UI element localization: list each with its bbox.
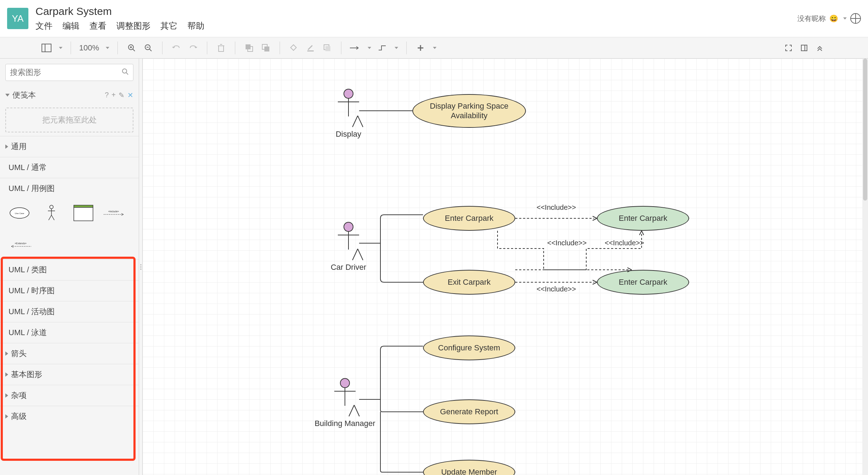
svg-point-24: [122, 69, 127, 73]
fill-icon: [290, 44, 298, 52]
redo-icon: [189, 44, 197, 51]
actor-building-manager[interactable]: Building Manager: [334, 378, 356, 406]
category-uml-sequence[interactable]: UML / 时序图: [0, 280, 139, 301]
menu-bar: 文件 编辑 查看 调整图形 其它 帮助: [35, 20, 797, 32]
usecase-update-member[interactable]: Update Member: [423, 460, 515, 475]
to-front-button[interactable]: [243, 42, 255, 54]
scratchpad-header[interactable]: 便笺本 ? + ✎ ✕: [0, 86, 139, 104]
svg-rect-9: [219, 46, 224, 51]
palette-package-shape[interactable]: [71, 204, 96, 222]
caret-right-icon: [5, 393, 8, 398]
zoom-level[interactable]: 100%: [79, 43, 99, 53]
scrollbar-thumb[interactable]: [863, 59, 867, 201]
category-arrows[interactable]: 箭头: [0, 343, 139, 364]
canvas[interactable]: Display Display Parking Space Availabili…: [143, 59, 868, 475]
category-label: UML / 泳道: [9, 327, 47, 338]
edit-icon[interactable]: ✎: [119, 91, 125, 99]
actor-display[interactable]: Display: [338, 89, 359, 116]
fullscreen-button[interactable]: [783, 42, 794, 54]
connection-button[interactable]: [350, 42, 361, 54]
language-icon[interactable]: [850, 13, 861, 24]
menu-arrange[interactable]: 调整图形: [116, 20, 150, 32]
search-input[interactable]: [10, 68, 122, 77]
connector: [359, 110, 412, 111]
menu-file[interactable]: 文件: [35, 20, 53, 32]
search-box[interactable]: [5, 64, 133, 81]
collapse-button[interactable]: [814, 42, 825, 54]
usecase-exit-carpark[interactable]: Exit Carpark: [423, 270, 515, 295]
svg-point-40: [140, 266, 141, 267]
delete-button[interactable]: [215, 42, 227, 54]
zoom-out-button[interactable]: [143, 42, 154, 54]
menu-edit[interactable]: 编辑: [62, 20, 79, 32]
fullscreen-icon: [785, 44, 792, 51]
menu-help[interactable]: 帮助: [187, 20, 204, 32]
category-uml-swimlane[interactable]: UML / 泳道: [0, 322, 139, 343]
view-dropdown-icon[interactable]: [59, 47, 62, 49]
close-icon[interactable]: ✕: [127, 91, 133, 99]
usecase-display-parking[interactable]: Display Parking Space Availability: [412, 94, 526, 128]
usecase-generate-report[interactable]: Generate Report: [423, 399, 515, 424]
category-uml-common[interactable]: UML / 通常: [0, 157, 139, 178]
svg-text:«Extends»: «Extends»: [15, 242, 26, 245]
svg-text:Use Case: Use Case: [15, 212, 24, 214]
category-misc[interactable]: 杂项: [0, 385, 139, 406]
caret-right-icon: [5, 372, 8, 377]
category-uml-class[interactable]: UML / 类图: [0, 259, 139, 280]
help-icon[interactable]: ?: [105, 91, 109, 99]
palette-include-arrow[interactable]: «include»: [103, 204, 128, 222]
to-back-button[interactable]: [260, 42, 271, 54]
insert-button[interactable]: [415, 42, 426, 54]
shadow-button[interactable]: [322, 42, 333, 54]
actor-label: Car Driver: [331, 263, 366, 272]
format-panel-icon: [801, 44, 808, 51]
fill-color-button[interactable]: [288, 42, 300, 54]
category-uml-usecase[interactable]: UML / 用例图: [0, 178, 139, 199]
toolbar: 100%: [0, 37, 868, 59]
redo-button[interactable]: [187, 42, 199, 54]
category-label: 基本图形: [11, 369, 42, 380]
actor-car-driver[interactable]: Car Driver: [338, 222, 359, 250]
palette-actor-shape[interactable]: [39, 204, 64, 222]
sidebar-splitter[interactable]: [139, 59, 143, 475]
view-mode-button[interactable]: [41, 42, 52, 54]
usecase-configure-system[interactable]: Configure System: [423, 335, 515, 360]
search-icon[interactable]: [122, 68, 129, 77]
insert-dropdown-icon[interactable]: [433, 47, 436, 49]
zoom-dropdown-icon[interactable]: [106, 47, 109, 49]
svg-point-39: [140, 264, 141, 265]
add-icon[interactable]: +: [111, 91, 116, 99]
format-panel-button[interactable]: [798, 42, 810, 54]
palette-extends-arrow[interactable]: «Extends»: [7, 236, 32, 254]
category-label: 箭头: [11, 348, 27, 359]
waypoint-dropdown-icon[interactable]: [395, 47, 398, 49]
waypoint-icon: [378, 44, 386, 51]
usecase-enter-carpark[interactable]: Enter Carpark: [423, 206, 515, 231]
category-uml-activity[interactable]: UML / 活动图: [0, 301, 139, 322]
svg-point-41: [140, 268, 141, 269]
category-general[interactable]: 通用: [0, 136, 139, 157]
category-advanced[interactable]: 高级: [0, 406, 139, 427]
connector: [359, 215, 427, 286]
palette-usecase-shape[interactable]: Use Case: [7, 204, 32, 222]
connection-dropdown-icon[interactable]: [368, 47, 371, 49]
user-dropdown-icon[interactable]: [843, 17, 847, 20]
usecase-enter-carpark-include-2[interactable]: Enter Carpark: [597, 270, 689, 295]
menu-view[interactable]: 查看: [89, 20, 106, 32]
zoom-in-button[interactable]: [126, 42, 137, 54]
user-label: 没有昵称: [797, 14, 826, 23]
app-logo[interactable]: YA: [7, 8, 28, 29]
to-front-icon: [245, 44, 253, 52]
category-label: UML / 时序图: [9, 285, 55, 296]
scratchpad-dropzone[interactable]: 把元素拖至此处: [5, 108, 133, 132]
scratchpad-title: 便笺本: [12, 90, 36, 100]
category-basic-shapes[interactable]: 基本图形: [0, 364, 139, 385]
menu-extras[interactable]: 其它: [160, 20, 177, 32]
undo-button[interactable]: [171, 42, 182, 54]
waypoint-button[interactable]: [377, 42, 388, 54]
include-connector: [515, 231, 647, 272]
usecase-enter-carpark-include-1[interactable]: Enter Carpark: [597, 206, 689, 231]
line-color-button[interactable]: [305, 42, 316, 54]
svg-rect-18: [325, 46, 330, 51]
vertical-scrollbar[interactable]: [862, 59, 868, 475]
